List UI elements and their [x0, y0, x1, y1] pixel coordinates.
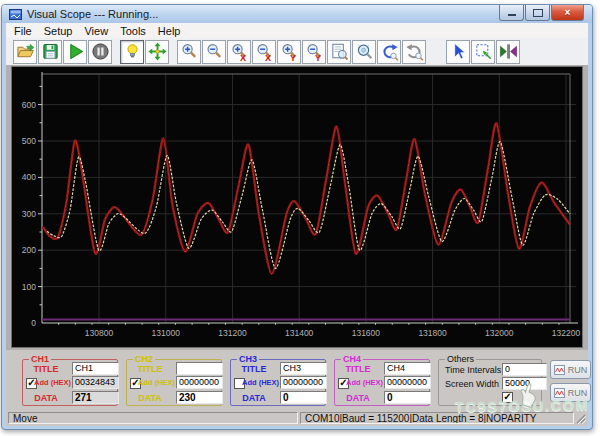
toolbar-pause-button[interactable] [88, 40, 112, 64]
menu-help[interactable]: Help [152, 24, 187, 38]
waveform-ch1 [101, 229, 103, 231]
others-row-input[interactable]: 0 [502, 363, 547, 376]
title-input[interactable]: CH3 [280, 362, 327, 375]
toolbar-zoom-in-button[interactable] [177, 40, 201, 64]
title-input[interactable]: CH1 [72, 362, 119, 375]
waveform-ch1 [239, 178, 241, 180]
waveform-ch1 [320, 211, 322, 213]
toolbar-zoom-x-out-button[interactable]: X [252, 40, 276, 64]
zoom-x-out-icon: X [255, 42, 274, 61]
zoom-redo-icon [405, 42, 424, 61]
waveform-ch1 [542, 182, 544, 184]
toolbar-zoom-window-button[interactable] [352, 40, 376, 64]
maximize-button[interactable] [525, 5, 550, 21]
waveform-ch1 [319, 216, 321, 218]
waveform-ch1 [200, 206, 202, 208]
waveform-ch1 [552, 200, 554, 202]
chart-area: 1308001310001312001314001316001318001320… [6, 65, 588, 350]
waveform-ch1 [221, 224, 223, 226]
toolbar-open-file-button[interactable] [13, 40, 37, 64]
toolbar-zoom-y-out-button[interactable]: Y [302, 40, 326, 64]
waveform-ch1 [276, 257, 278, 259]
waveform-ch1 [456, 190, 458, 192]
waveform-ch1 [85, 199, 87, 201]
menu-setup[interactable]: Setup [38, 24, 79, 38]
waveform-ch1 [402, 196, 404, 198]
waveform-ch1 [503, 167, 505, 169]
menu-tools[interactable]: Tools [114, 24, 152, 38]
waveform-ch1 [483, 190, 485, 192]
data-label: DATA [23, 393, 69, 403]
waveform-ch1 [345, 192, 347, 194]
waveform-ch1 [337, 133, 339, 135]
waveform-ch1 [401, 201, 403, 203]
waveform-ch1 [538, 184, 540, 186]
toolbar-zoom-y-in-button[interactable]: Y [277, 40, 301, 64]
waveform-ch1 [324, 186, 326, 188]
waveform-ch1 [514, 236, 516, 238]
waveform-ch1 [250, 157, 252, 159]
waveform-ch1 [170, 195, 172, 197]
waveform-ch1 [159, 153, 161, 155]
toolbar-pan-button[interactable] [145, 40, 169, 64]
add-hex-input[interactable]: 00000000 [280, 376, 327, 389]
toolbar-center-markers-button[interactable] [496, 40, 520, 64]
title-input[interactable] [176, 362, 223, 375]
toolbar-save-file-button[interactable] [38, 40, 62, 64]
title-input[interactable]: CH4 [384, 362, 431, 375]
add-hex-input[interactable]: 00000000 [384, 376, 431, 389]
toolbar-zoom-out-button[interactable] [202, 40, 226, 64]
toolbar-select-region-button[interactable] [471, 40, 495, 64]
waveform-ch1 [450, 204, 452, 206]
svg-text:Y: Y [314, 53, 320, 61]
waveform-ch1 [172, 205, 174, 207]
svg-text:131400: 131400 [285, 328, 314, 338]
toolbar-zoom-undo-button[interactable] [377, 40, 401, 64]
toolbar-run-button[interactable] [63, 40, 87, 64]
menu-view[interactable]: View [78, 24, 114, 38]
add-hex-input[interactable]: 00324843 [72, 376, 119, 389]
minimize-button[interactable] [499, 5, 524, 21]
waveform-ch1 [408, 161, 410, 163]
waveform-ch1 [183, 249, 185, 251]
waveform-ch1 [482, 195, 484, 197]
resize-grip[interactable] [575, 413, 587, 425]
waveform-ch1 [445, 223, 447, 225]
waveform-ch1 [263, 246, 265, 248]
data-value: 0 [280, 391, 327, 404]
waveform-ch1 [68, 178, 70, 180]
waveform-ch1 [68, 183, 70, 185]
toolbar-zoom-x-in-button[interactable]: X [227, 40, 251, 64]
waveform-ch1 [525, 221, 527, 223]
scope-display[interactable]: 1308001310001312001314001316001318001320… [11, 66, 583, 348]
center-markers-icon [499, 42, 518, 61]
waveform-ch1 [555, 204, 557, 206]
waveform-ch1 [241, 168, 243, 170]
waveform-ch1 [353, 247, 355, 249]
title-bar[interactable]: Visual Scope --- Running... × [2, 5, 592, 23]
waveform-ch1 [475, 221, 477, 223]
waveform-ch1 [557, 208, 559, 210]
menu-file[interactable]: File [8, 24, 38, 38]
waveform-ch1 [90, 234, 92, 236]
waveform-ch1 [357, 250, 359, 252]
waveform-ch1 [308, 224, 310, 226]
waveform-ch1 [156, 173, 158, 175]
waveform-ch1 [334, 127, 336, 129]
waveform-ch1 [277, 252, 279, 254]
toolbar-lamp-button[interactable] [120, 40, 144, 64]
waveform-ch1 [362, 226, 364, 228]
add-hex-input[interactable]: 00000000 [176, 376, 223, 389]
waveform-ch1 [482, 200, 484, 202]
waveform-ch1 [72, 148, 74, 150]
waveform-ch1 [227, 231, 229, 233]
toolbar-zoom-redo-button[interactable] [402, 40, 426, 64]
run-button-1[interactable]: RUN [550, 360, 591, 379]
waveform-ch1 [84, 194, 86, 196]
toolbar-cursor-button[interactable] [446, 40, 470, 64]
waveform-ch1 [392, 224, 394, 226]
toolbar-zoom-fit-button[interactable] [327, 40, 351, 64]
close-button[interactable]: × [551, 5, 584, 21]
waveform-ch1 [433, 232, 435, 234]
waveform-ch1 [325, 181, 327, 183]
